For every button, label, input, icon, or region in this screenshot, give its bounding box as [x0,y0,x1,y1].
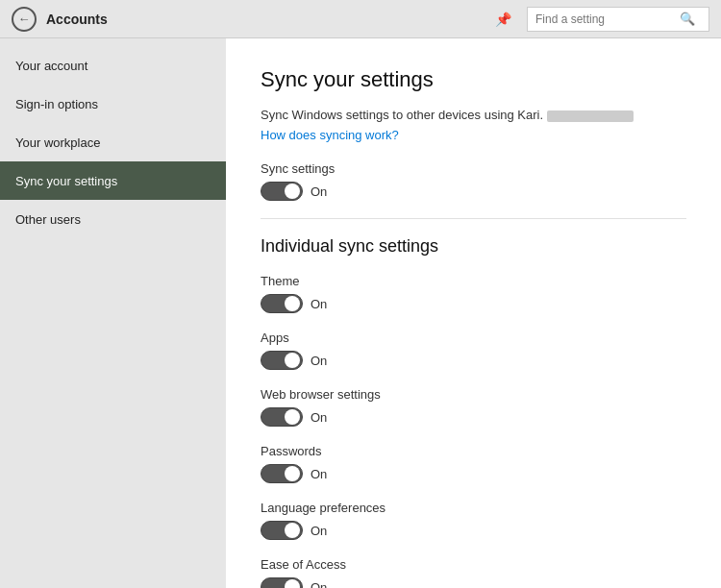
pin-icon: 📌 [495,12,511,27]
search-box: 🔍 [527,7,709,32]
toggle-knob [285,184,300,199]
ease-of-access-toggle-row: On [261,577,686,588]
how-syncing-link[interactable]: How does syncing work? [261,128,686,142]
theme-group: Theme On [261,274,686,313]
search-icon: 🔍 [680,12,695,26]
content-area: Sync your settings Sync Windows settings… [226,38,721,588]
sidebar-item-other-users[interactable]: Other users [0,200,226,238]
sidebar-label-your-workplace: Your workplace [15,135,100,150]
theme-value: On [311,297,327,311]
apps-group: Apps On [261,331,686,370]
email-blur [547,110,634,122]
theme-toggle[interactable] [261,294,303,313]
divider [261,218,686,219]
sidebar-label-sync-your-settings: Sync your settings [15,174,117,188]
passwords-value: On [311,467,327,481]
apps-toggle-row: On [261,351,686,370]
passwords-label: Passwords [261,444,686,458]
apps-toggle[interactable] [261,351,303,370]
web-browser-toggle[interactable] [261,407,303,427]
theme-toggle-row: On [261,294,686,313]
apps-label: Apps [261,331,686,345]
theme-label: Theme [261,274,686,288]
sync-settings-toggle-row: On [261,182,686,201]
app-header: ← Accounts 📌 🔍 [0,0,721,38]
sidebar-item-sync-your-settings[interactable]: Sync your settings [0,161,226,200]
web-browser-label: Web browser settings [261,387,686,402]
sync-settings-group: Sync settings On [261,161,686,201]
ease-of-access-value: On [311,580,327,589]
language-label: Language preferences [261,501,686,515]
sync-settings-value: On [311,184,327,199]
ease-of-access-label: Ease of Access [261,557,686,572]
back-button[interactable]: ← [12,7,37,32]
main-layout: Your account Sign-in options Your workpl… [0,38,721,588]
ease-of-access-group: Ease of Access On [261,557,686,588]
language-toggle-row: On [261,521,686,540]
passwords-toggle[interactable] [261,464,303,483]
language-value: On [311,524,327,538]
individual-sync-title: Individual sync settings [261,236,686,257]
language-toggle[interactable] [261,521,303,540]
header-title: Accounts [46,12,485,27]
sidebar-label-other-users: Other users [15,212,81,227]
web-browser-value: On [311,410,327,425]
sidebar: Your account Sign-in options Your workpl… [0,38,226,588]
search-input[interactable] [535,12,680,26]
sidebar-label-your-account: Your account [15,59,87,73]
passwords-group: Passwords On [261,444,686,483]
page-title: Sync your settings [261,67,686,92]
sidebar-item-your-account[interactable]: Your account [0,46,226,85]
sidebar-item-your-workplace[interactable]: Your workplace [0,123,226,161]
apps-value: On [311,354,327,368]
web-browser-group: Web browser settings On [261,387,686,427]
web-browser-toggle-row: On [261,407,686,427]
sidebar-item-sign-in-options[interactable]: Sign-in options [0,85,226,123]
language-group: Language preferences On [261,501,686,540]
sync-settings-label: Sync settings [261,161,686,176]
sidebar-label-sign-in-options: Sign-in options [15,97,98,111]
sync-description: Sync Windows settings to other devices u… [261,108,686,122]
ease-of-access-toggle[interactable] [261,577,303,588]
passwords-toggle-row: On [261,464,686,483]
sync-settings-toggle[interactable] [261,182,303,201]
